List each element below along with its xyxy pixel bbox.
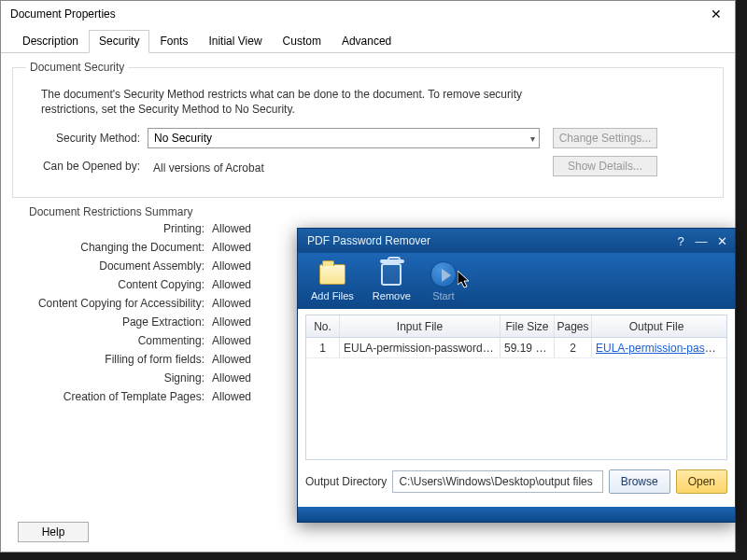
restriction-label: Printing: <box>25 222 212 235</box>
tab-list: Description Security Fonts Initial View … <box>1 29 735 53</box>
output-directory-row: Output Directory Browse Open <box>305 469 727 494</box>
remove-label: Remove <box>373 290 411 301</box>
start-label: Start <box>432 290 454 301</box>
table-row[interactable]: 1EULA-permission-password-prot...59.19 K… <box>306 338 726 358</box>
security-description: The document's Security Method restricts… <box>41 87 564 117</box>
restriction-value: Allowed <box>212 390 251 403</box>
help-icon[interactable]: ? <box>673 234 688 248</box>
grid-rows: 1EULA-permission-password-prot...59.19 K… <box>306 338 726 358</box>
chevron-down-icon: ▾ <box>530 133 535 144</box>
add-files-label: Add Files <box>311 290 354 301</box>
opened-by-label: Can be Opened by: <box>26 160 148 173</box>
restriction-label: Content Copying: <box>25 278 212 291</box>
output-directory-label: Output Directory <box>305 475 387 488</box>
restriction-value: Allowed <box>212 278 251 291</box>
tab-security[interactable]: Security <box>89 30 149 53</box>
window-buttons: ? — ✕ <box>673 234 729 248</box>
opened-by-value: All versions of Acrobat <box>148 158 540 175</box>
pdf-password-remover-window: PDF Password Remover ? — ✕ Add Files Rem… <box>297 228 736 523</box>
tab-advanced[interactable]: Advanced <box>331 30 402 53</box>
opened-by-row: Can be Opened by: All versions of Acroba… <box>26 156 710 176</box>
restriction-value: Allowed <box>212 371 251 385</box>
restriction-label: Filling of form fields: <box>25 353 212 366</box>
tab-fonts[interactable]: Fonts <box>149 30 198 53</box>
col-file-size[interactable]: File Size <box>500 315 555 337</box>
start-button[interactable]: Start <box>430 260 458 301</box>
window-title: PDF Password Remover <box>307 234 430 247</box>
play-icon <box>430 261 457 287</box>
folder-icon <box>319 264 345 285</box>
tab-initial-view[interactable]: Initial View <box>198 30 272 53</box>
change-settings-button: Change Settings... <box>553 128 657 148</box>
restriction-value: Allowed <box>212 315 251 329</box>
col-input-file[interactable]: Input File <box>340 315 500 337</box>
security-method-row: Security Method: No Security ▾ Change Se… <box>26 128 710 148</box>
body: No. Input File File Size Pages Output Fi… <box>298 309 735 499</box>
restriction-label: Content Copying for Accessibility: <box>25 297 212 310</box>
show-details-button: Show Details... <box>553 156 657 176</box>
remove-button[interactable]: Remove <box>373 260 411 301</box>
restriction-value: Allowed <box>212 334 251 347</box>
cell-no: 1 <box>306 338 340 357</box>
col-pages[interactable]: Pages <box>555 315 592 337</box>
restrictions-title: Document Restrictions Summary <box>25 205 196 218</box>
cell-input-file: EULA-permission-password-prot... <box>340 338 500 357</box>
statusbar <box>298 507 735 522</box>
group-title: Document Security <box>26 61 128 74</box>
titlebar: PDF Password Remover ? — ✕ <box>298 229 735 253</box>
col-output-file[interactable]: Output File <box>592 315 721 337</box>
file-grid: No. Input File File Size Pages Output Fi… <box>305 315 727 460</box>
restriction-label: Page Extraction: <box>25 315 212 329</box>
close-icon[interactable]: ✕ <box>714 234 729 248</box>
titlebar: Document Properties ✕ <box>1 1 735 27</box>
tab-description[interactable]: Description <box>12 30 89 53</box>
document-security-group: Document Security The document's Securit… <box>12 61 724 198</box>
window-title: Document Properties <box>10 7 116 21</box>
restriction-label: Signing: <box>25 371 212 385</box>
output-file-link[interactable]: EULA-permission-pass... <box>596 342 720 355</box>
restriction-value: Allowed <box>212 259 251 273</box>
cell-file-size: 59.19 KB <box>500 338 555 357</box>
help-button[interactable]: Help <box>18 522 89 542</box>
security-method-select[interactable]: No Security ▾ <box>148 128 540 148</box>
security-method-value: No Security <box>154 132 212 145</box>
restriction-value: Allowed <box>212 297 251 310</box>
cell-pages: 2 <box>555 338 592 357</box>
restriction-label: Commenting: <box>25 334 212 347</box>
open-button[interactable]: Open <box>676 469 727 494</box>
restriction-label: Changing the Document: <box>25 241 212 254</box>
security-method-label: Security Method: <box>26 132 148 145</box>
restriction-label: Creation of Template Pages: <box>25 390 212 403</box>
tab-custom[interactable]: Custom <box>273 30 331 53</box>
cell-output-file: EULA-permission-pass... <box>592 338 721 357</box>
restriction-value: Allowed <box>212 241 251 254</box>
col-no[interactable]: No. <box>306 315 340 337</box>
trash-icon <box>381 263 402 286</box>
close-icon[interactable]: ✕ <box>703 5 729 23</box>
add-files-button[interactable]: Add Files <box>311 260 354 301</box>
restriction-value: Allowed <box>212 222 251 235</box>
grid-header: No. Input File File Size Pages Output Fi… <box>306 315 726 338</box>
restriction-label: Document Assembly: <box>25 259 212 273</box>
restriction-value: Allowed <box>212 353 251 366</box>
output-directory-input[interactable] <box>392 470 602 493</box>
minimize-icon[interactable]: — <box>694 234 709 248</box>
toolbar: Add Files Remove Start <box>298 253 735 309</box>
browse-button[interactable]: Browse <box>609 469 670 494</box>
